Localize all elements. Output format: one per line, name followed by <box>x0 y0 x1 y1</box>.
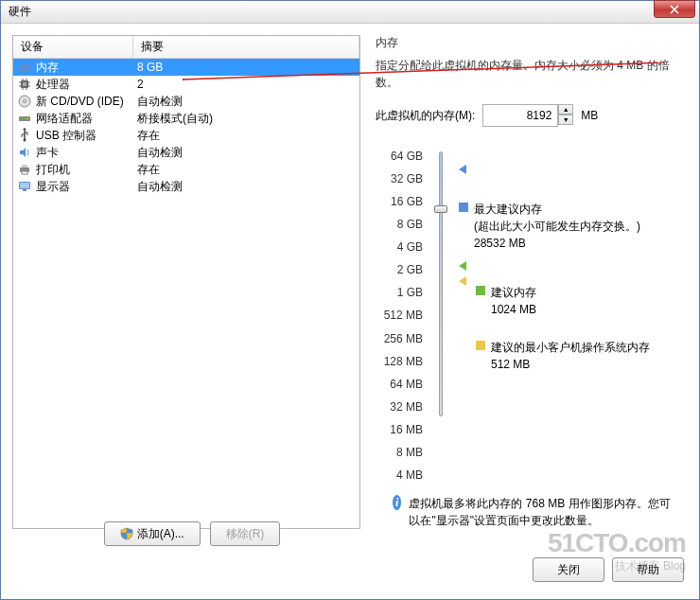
svg-rect-26 <box>22 171 27 174</box>
remove-button[interactable]: 移除(R) <box>210 521 281 546</box>
svg-rect-6 <box>27 70 28 72</box>
usb-icon <box>17 128 32 143</box>
table-row[interactable]: 声卡自动检测 <box>13 144 359 161</box>
device-summary: 2 <box>133 78 359 91</box>
cd-icon <box>17 94 32 109</box>
max-title: 最大建议内存 <box>474 201 640 218</box>
rec-title: 建议内存 <box>491 284 536 301</box>
svg-rect-2 <box>20 70 21 72</box>
memory-slider-area: 64 GB32 GB16 GB8 GB4 GB2 GB1 GB512 MB256… <box>376 144 682 487</box>
table-header: 设备 摘要 <box>13 36 359 59</box>
tick-label: 2 GB <box>376 260 423 279</box>
device-summary: 自动检测 <box>133 94 359 110</box>
slider-thumb[interactable] <box>434 205 447 213</box>
square-yellow-icon <box>476 341 485 350</box>
rec-value: 1024 MB <box>491 301 536 318</box>
tick-label: 256 MB <box>376 329 423 348</box>
slider-markers: 最大建议内存 (超出此大小可能发生内存交换。) 28532 MB <box>459 144 682 487</box>
tick-label: 512 MB <box>376 306 423 325</box>
svg-rect-21 <box>24 118 26 119</box>
svg-rect-8 <box>23 82 26 86</box>
svg-rect-22 <box>26 118 28 119</box>
marker-min: 建议的最小客户机操作系统内存 512 MB <box>476 339 650 373</box>
dialog-content: 设备 摘要 内存8 GB处理器2新 CD/DVD (IDE)自动检测网络适配器桥… <box>1 24 699 540</box>
table-row[interactable]: 显示器自动检测 <box>13 178 359 195</box>
memory-input-row: 此虚拟机的内存(M): ▲ ▼ MB <box>376 104 682 127</box>
device-name: 内存 <box>36 60 59 76</box>
device-name: 显示器 <box>36 179 70 195</box>
slider-track[interactable] <box>430 144 451 487</box>
tick-label: 8 MB <box>376 443 423 462</box>
table-row[interactable]: 打印机存在 <box>13 161 359 178</box>
spin-up-icon[interactable]: ▲ <box>558 104 573 115</box>
device-summary: 8 GB <box>133 61 359 74</box>
tick-label: 32 GB <box>376 169 423 188</box>
tick-label: 1 GB <box>376 283 423 302</box>
network-icon <box>17 111 32 126</box>
spin-down-icon[interactable]: ▼ <box>558 115 573 125</box>
marker-rec: 建议内存 1024 MB <box>476 284 536 318</box>
svg-point-23 <box>24 139 26 142</box>
sound-icon <box>17 145 32 160</box>
svg-rect-1 <box>19 64 30 70</box>
close-button[interactable] <box>654 0 695 18</box>
tick-label: 16 MB <box>376 420 423 439</box>
device-summary: 存在 <box>133 128 359 144</box>
marker-green-tri <box>459 261 466 271</box>
table-row[interactable]: 处理器2 <box>13 76 359 93</box>
cpu-icon <box>17 77 32 92</box>
max-value: 28532 MB <box>474 235 640 252</box>
svg-rect-25 <box>22 165 27 168</box>
svg-rect-3 <box>22 70 23 72</box>
memory-input-label: 此虚拟机的内存(M): <box>376 108 475 124</box>
square-blue-icon <box>459 203 468 212</box>
svg-rect-29 <box>23 189 26 191</box>
table-row[interactable]: 新 CD/DVD (IDE)自动检测 <box>13 93 359 110</box>
table-row[interactable]: 内存8 GB <box>13 59 359 76</box>
memory-spinner[interactable]: ▲ ▼ <box>558 104 573 127</box>
table-row[interactable]: USB 控制器存在 <box>13 127 359 144</box>
device-summary: 自动检测 <box>133 145 359 161</box>
min-title: 建议的最小客户机操作系统内存 <box>491 339 650 356</box>
device-summary: 自动检测 <box>133 179 359 195</box>
svg-rect-4 <box>24 70 25 72</box>
add-button[interactable]: 添加(A)... <box>104 521 201 546</box>
tick-label: 64 MB <box>376 375 423 394</box>
col-device[interactable]: 设备 <box>13 36 133 58</box>
col-summary[interactable]: 摘要 <box>133 36 359 58</box>
device-panel: 设备 摘要 内存8 GB处理器2新 CD/DVD (IDE)自动检测网络适配器桥… <box>12 35 360 529</box>
hardware-dialog: 硬件 设备 摘要 内存8 GB处理器2新 CD/DVD (IDE)自动检测网络适… <box>0 0 700 600</box>
marker-yellow-tri <box>459 276 466 286</box>
slider-tick-labels: 64 GB32 GB16 GB8 GB4 GB2 GB1 GB512 MB256… <box>376 144 423 487</box>
memory-input[interactable] <box>482 104 558 127</box>
tick-label: 16 GB <box>376 192 423 211</box>
tick-label: 32 MB <box>376 397 423 416</box>
triangle-green-icon <box>459 261 466 271</box>
close-icon <box>670 5 679 14</box>
svg-rect-5 <box>26 70 26 72</box>
max-note: (超出此大小可能发生内存交换。) <box>474 218 640 235</box>
tick-label: 128 MB <box>376 352 423 371</box>
device-name: 新 CD/DVD (IDE) <box>36 94 124 110</box>
left-button-row: 添加(A)... 移除(R) <box>18 512 366 546</box>
square-green-icon <box>476 286 485 295</box>
tick-label: 4 MB <box>376 466 423 485</box>
info-icon: i <box>393 495 401 510</box>
memory-unit: MB <box>581 109 598 122</box>
marker-top-blue <box>459 165 466 174</box>
marker-max: 最大建议内存 (超出此大小可能发生内存交换。) 28532 MB <box>459 201 640 252</box>
info-text: 虚拟机最多将此内存的 768 MB 用作图形内存。您可以在"显示器"设置页面中更… <box>409 495 676 529</box>
memory-icon <box>17 60 32 75</box>
display-icon <box>17 179 32 194</box>
tick-label: 4 GB <box>376 238 423 256</box>
shield-icon <box>120 527 133 540</box>
titlebar: 硬件 <box>1 1 699 24</box>
device-list[interactable]: 内存8 GB处理器2新 CD/DVD (IDE)自动检测网络适配器桥接模式(自动… <box>13 59 359 528</box>
tick-label: 64 GB <box>376 147 423 166</box>
table-row[interactable]: 网络适配器桥接模式(自动) <box>13 110 359 127</box>
min-value: 512 MB <box>491 356 650 373</box>
device-name: 网络适配器 <box>36 111 93 127</box>
svg-rect-20 <box>21 118 23 119</box>
device-name: USB 控制器 <box>36 128 96 144</box>
window-title: 硬件 <box>9 4 31 20</box>
